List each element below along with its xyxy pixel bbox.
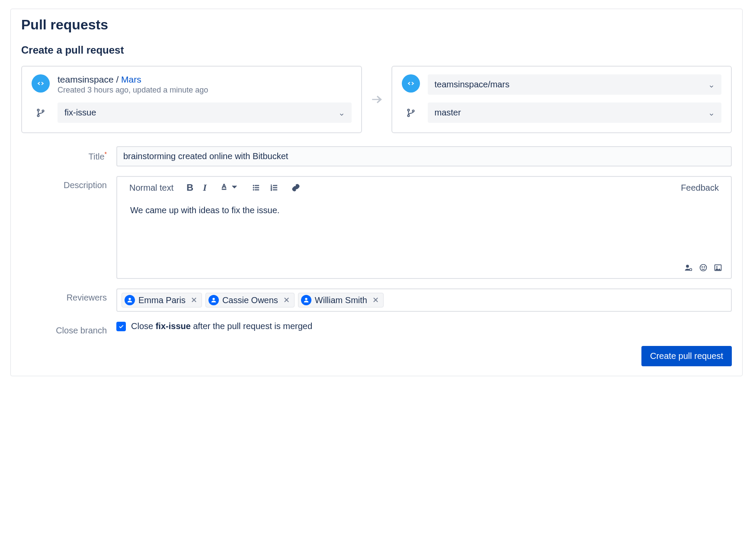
chevron-down-icon [339, 110, 345, 116]
source-branch-card: teamsinspace / Mars Created 3 hours ago,… [21, 66, 362, 133]
reviewer-name: Cassie Owens [222, 295, 278, 305]
reviewers-input[interactable]: Emma Paris✕Cassie Owens✕William Smith✕ [116, 288, 732, 312]
svg-point-27 [305, 298, 307, 300]
create-pull-request-button[interactable]: Create pull request [641, 346, 732, 366]
person-icon [301, 295, 311, 305]
reviewer-name: Emma Paris [138, 295, 186, 305]
dest-branch-card: teamsinspace/mars master [391, 66, 732, 133]
close-branch-text: Close fix-issue after the pull request i… [131, 321, 312, 331]
source-branch-value: fix-issue [64, 108, 96, 118]
svg-point-2 [42, 110, 44, 112]
svg-point-26 [212, 298, 215, 300]
reviewer-chip: William Smith✕ [298, 293, 384, 307]
remove-reviewer-button[interactable]: ✕ [189, 295, 197, 305]
source-repo-path: teamsinspace / Mars [58, 74, 208, 85]
text-color-button[interactable] [220, 182, 239, 193]
svg-point-8 [253, 189, 254, 191]
source-repo-link[interactable]: Mars [121, 74, 141, 84]
svg-point-18 [686, 265, 689, 268]
svg-rect-16 [273, 187, 277, 188]
svg-point-6 [253, 185, 254, 186]
svg-text:3: 3 [270, 189, 272, 191]
svg-point-4 [407, 115, 409, 116]
svg-rect-15 [273, 185, 277, 186]
svg-rect-10 [255, 187, 259, 188]
link-button[interactable] [292, 183, 300, 192]
chevron-down-icon [230, 182, 239, 193]
branch-icon [32, 108, 50, 118]
image-icon[interactable] [714, 263, 722, 272]
chevron-down-icon [708, 82, 715, 88]
remove-reviewer-button[interactable]: ✕ [282, 295, 290, 305]
source-repo-owner: teamsinspace [58, 74, 114, 84]
reviewer-chip: Emma Paris✕ [122, 293, 202, 307]
dest-repo-value: teamsinspace/mars [435, 80, 509, 90]
svg-point-25 [128, 298, 131, 300]
code-icon [402, 74, 420, 93]
close-branch-label: Close branch [21, 321, 116, 336]
title-label: Title* [21, 146, 116, 162]
svg-point-3 [407, 109, 409, 111]
svg-point-20 [700, 265, 707, 271]
emoji-icon[interactable] [699, 263, 708, 272]
reviewers-label: Reviewers [21, 288, 116, 303]
bullet-list-button[interactable] [252, 183, 260, 192]
svg-rect-9 [255, 185, 259, 186]
chevron-down-icon [708, 110, 715, 116]
reviewer-name: William Smith [315, 295, 367, 305]
svg-point-0 [37, 109, 39, 111]
code-icon [32, 74, 50, 93]
svg-rect-17 [273, 189, 277, 190]
svg-point-21 [702, 267, 703, 268]
dest-branch-select[interactable]: master [428, 102, 722, 123]
branch-icon [402, 108, 420, 118]
description-textarea[interactable]: We came up with ideas to fix the issue. [117, 198, 731, 263]
person-icon [208, 295, 219, 305]
person-icon [125, 295, 135, 305]
feedback-link[interactable]: Feedback [681, 183, 719, 193]
numbered-list-button[interactable]: 123 [270, 183, 279, 192]
page-title: Pull requests [21, 17, 732, 33]
description-label: Description [21, 176, 116, 190]
svg-point-7 [253, 187, 254, 189]
description-editor: Normal text B I 123 [116, 176, 732, 279]
arrow-right-icon [370, 93, 384, 106]
title-input[interactable] [116, 146, 732, 166]
source-branch-select[interactable]: fix-issue [58, 102, 352, 123]
close-branch-checkbox[interactable] [116, 322, 126, 331]
source-repo-meta: Created 3 hours ago, updated a minute ag… [58, 86, 208, 95]
bold-button[interactable]: B [186, 182, 193, 193]
italic-button[interactable]: I [203, 182, 207, 193]
dest-branch-value: master [435, 108, 461, 118]
svg-rect-11 [255, 189, 259, 190]
section-title: Create a pull request [21, 44, 732, 56]
dest-repo-select[interactable]: teamsinspace/mars [428, 74, 722, 95]
svg-point-5 [412, 110, 414, 112]
svg-point-24 [716, 266, 718, 268]
reviewer-chip: Cassie Owens✕ [205, 293, 295, 307]
svg-point-22 [704, 267, 705, 268]
mention-icon[interactable] [684, 263, 693, 272]
text-style-dropdown[interactable]: Normal text [129, 183, 173, 193]
remove-reviewer-button[interactable]: ✕ [371, 295, 379, 305]
svg-point-1 [37, 115, 39, 116]
